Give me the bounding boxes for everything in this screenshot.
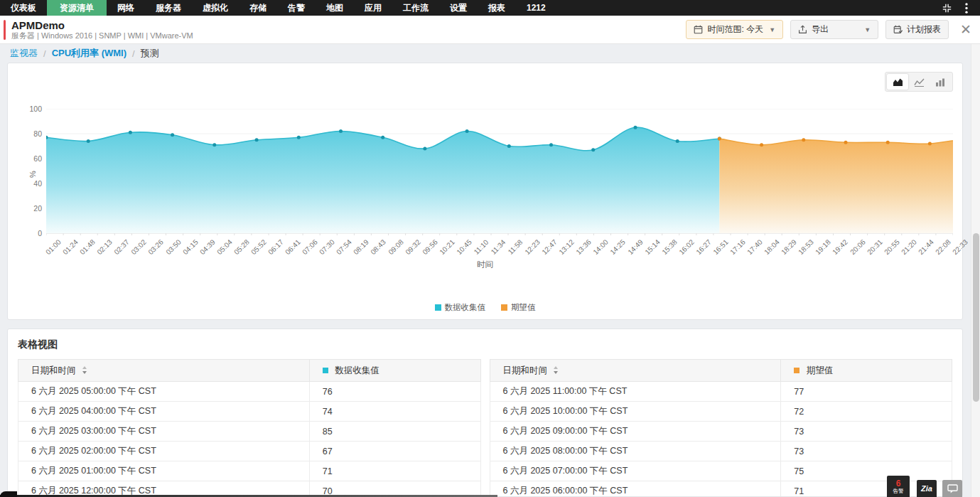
datetime-cell: 6 六月 2025 11:00:00 下午 CST — [490, 382, 781, 402]
breadcrumb-item-0[interactable]: 监视器 — [10, 47, 38, 60]
x-tick-label: 02:13 — [95, 238, 113, 256]
x-tick-label: 11:34 — [489, 238, 507, 256]
date-column-header[interactable]: 日期和时间 — [490, 360, 781, 382]
x-tick-label: 12:47 — [540, 238, 558, 256]
page-subtitle: 服务器 | Windows 2016 | SNMP | WMI | VMware… — [11, 31, 193, 41]
x-tick-label: 16:51 — [711, 238, 729, 256]
x-tick-label: 19:18 — [814, 238, 832, 256]
scrollbar-thumb[interactable] — [973, 233, 979, 402]
export-icon — [798, 25, 807, 34]
datetime-cell: 6 六月 2025 04:00:00 下午 CST — [18, 402, 310, 422]
y-tick-label: 40 — [18, 179, 42, 188]
x-tick-label: 06:17 — [266, 238, 284, 256]
datetime-cell: 6 六月 2025 02:00:00 下午 CST — [18, 442, 310, 461]
time-range-button[interactable]: 时间范围: 今天 ▼ — [686, 20, 783, 39]
value-cell: 75 — [781, 461, 952, 481]
x-tick-label: 21:44 — [917, 238, 935, 256]
date-column-header[interactable]: 日期和时间 — [18, 360, 310, 382]
x-tick-label: 14:00 — [592, 238, 610, 256]
header-actions: 时间范围: 今天 ▼ 导出 ▼ 计划报表 ✕ — [686, 20, 980, 39]
y-tick-label: 20 — [18, 204, 42, 213]
table-row: 6 六月 2025 07:00:00 下午 CST75 — [490, 461, 952, 481]
y-tick-label: 80 — [18, 129, 42, 138]
datetime-cell: 6 六月 2025 09:00:00 下午 CST — [490, 422, 781, 442]
x-tick-label: 17:40 — [745, 238, 763, 256]
schedule-report-button[interactable]: 计划报表 — [885, 20, 949, 39]
x-tick-label: 11:10 — [472, 238, 490, 256]
x-tick-label: 19:42 — [831, 238, 849, 256]
export-button[interactable]: 导出 ▼ — [790, 20, 878, 39]
x-tick-label: 05:04 — [215, 238, 233, 256]
x-tick-label: 03:26 — [147, 238, 165, 256]
x-tick-label: 07:30 — [318, 238, 335, 256]
collected-series-swatch — [323, 368, 328, 373]
table-view-title: 表格视图 — [8, 329, 962, 359]
nav-item-3[interactable]: 服务器 — [145, 0, 192, 16]
x-tick-label: 12:23 — [523, 238, 541, 256]
x-tick-label: 08:43 — [370, 238, 387, 256]
table-row: 6 六月 2025 02:00:00 下午 CST67 — [18, 442, 481, 461]
accent-bar — [4, 20, 6, 40]
x-tick-label: 01:00 — [44, 238, 62, 256]
x-tick-label: 01:24 — [61, 238, 79, 256]
nav-item-6[interactable]: 告警 — [277, 0, 316, 16]
close-icon[interactable]: ✕ — [960, 23, 971, 36]
x-tick-label: 07:54 — [335, 238, 353, 256]
alert-count-badge: 6 — [896, 479, 901, 488]
legend-label: 数据收集值 — [445, 302, 486, 313]
schedule-report-icon — [893, 25, 903, 34]
nav-item-0[interactable]: 仪表板 — [0, 0, 47, 16]
x-tick-label: 16:27 — [694, 238, 712, 256]
chevron-down-icon: ▼ — [864, 26, 871, 33]
value-cell: 72 — [781, 402, 952, 422]
vertical-scrollbar[interactable] — [971, 44, 980, 497]
table-view-card: 表格视图 日期和时间 数据收集值 6 六月 2025 05: — [7, 328, 963, 497]
nav-item-8[interactable]: 应用 — [354, 0, 392, 16]
x-tick-label: 18:53 — [797, 238, 815, 256]
zia-assistant-button[interactable]: Zia — [917, 480, 937, 497]
nav-item-4[interactable]: 虚拟化 — [192, 0, 239, 16]
area-chart-button[interactable] — [887, 74, 908, 90]
x-tick-label: 07:06 — [301, 238, 318, 256]
page-title: APMDemo — [11, 19, 193, 31]
sort-icon — [82, 366, 87, 374]
x-tick-label: 02:37 — [113, 238, 131, 256]
nav-item-9[interactable]: 工作流 — [392, 0, 439, 16]
kebab-menu-icon[interactable] — [962, 3, 971, 13]
x-tick-label: 05:52 — [249, 238, 267, 256]
expected-value-column-header[interactable]: 期望值 — [781, 360, 952, 382]
table-row: 6 六月 2025 01:00:00 下午 CST71 — [18, 461, 481, 481]
bar-chart-button[interactable] — [930, 74, 951, 90]
expected-series-swatch — [794, 368, 799, 373]
expected-values-table: 日期和时间 期望值 6 六月 2025 11:00:00 下午 CST776 六… — [490, 359, 953, 497]
nav-item-5[interactable]: 存储 — [239, 0, 277, 16]
nav-item-7[interactable]: 地图 — [316, 0, 354, 16]
x-tick-label: 18:04 — [763, 238, 780, 256]
alerts-label: 告警 — [893, 488, 904, 494]
x-tick-label: 09:08 — [387, 238, 404, 256]
alerts-button[interactable]: 6 告警 — [887, 476, 910, 497]
nav-item-10[interactable]: 设置 — [439, 0, 478, 16]
chat-icon — [947, 484, 958, 493]
collected-value-column-header[interactable]: 数据收集值 — [309, 360, 480, 382]
legend-item-expected[interactable]: 期望值 — [501, 302, 536, 313]
value-cell: 74 — [309, 402, 480, 422]
nav-item-12[interactable]: 1212 — [516, 0, 556, 16]
breadcrumb-separator: / — [132, 48, 135, 59]
forecast-chart-card: % 020406080100 01:0001:2401:4802:1302:37… — [7, 63, 963, 320]
line-chart-button[interactable] — [908, 74, 930, 90]
feedback-chat-button[interactable] — [942, 480, 962, 497]
table-row: 6 六月 2025 10:00:00 下午 CST72 — [490, 402, 952, 422]
x-tick-label: 22:33 — [951, 238, 969, 256]
schedule-report-label: 计划报表 — [907, 23, 941, 36]
nav-item-1[interactable]: 资源清单 — [47, 0, 107, 16]
legend-item-collected[interactable]: 数据收集值 — [435, 302, 486, 313]
nav-item-2[interactable]: 网络 — [107, 0, 145, 16]
export-label: 导出 — [812, 23, 829, 36]
x-tick-label: 09:32 — [404, 238, 421, 256]
breadcrumb-item-1[interactable]: CPU利用率 (WMI) — [52, 47, 126, 60]
y-tick-label: 0 — [18, 229, 42, 237]
nav-item-11[interactable]: 报表 — [478, 0, 516, 16]
collapse-icon[interactable] — [942, 3, 952, 13]
x-tick-label: 22:08 — [934, 238, 952, 256]
